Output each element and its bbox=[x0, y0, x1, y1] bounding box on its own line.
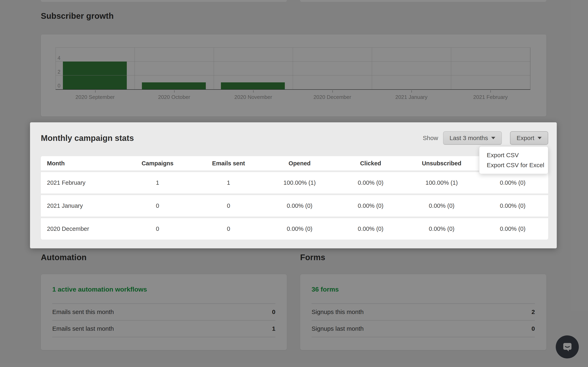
table-cell: 0.00% (0) bbox=[406, 225, 477, 232]
table-cell: 0.00% (0) bbox=[477, 202, 548, 209]
export-dropdown-menu: Export CSVExport CSV for Excel bbox=[479, 146, 548, 174]
table-cell: 0.00% (0) bbox=[335, 202, 406, 209]
monthly-campaign-stats-section: Monthly campaign stats Show Last 3 month… bbox=[30, 122, 557, 248]
table-cell: 0.00% (0) bbox=[477, 225, 548, 232]
table-cell: 2020 December bbox=[41, 225, 122, 232]
table-header-cell: Campaigns bbox=[122, 160, 193, 167]
table-header-cell: Opened bbox=[264, 160, 335, 167]
table-cell: 0.00% (0) bbox=[264, 202, 335, 209]
table-cell: 0 bbox=[122, 225, 193, 232]
table-cell: 2021 February bbox=[41, 179, 122, 186]
table-header-cell: Clicked bbox=[335, 160, 406, 167]
table-header-cell: Unsubscribed bbox=[406, 160, 477, 167]
table-row: 2021 January000.00% (0)0.00% (0)0.00% (0… bbox=[41, 195, 548, 217]
date-range-dropdown-button[interactable]: Last 3 months bbox=[443, 131, 502, 145]
table-cell: 0.00% (0) bbox=[264, 225, 335, 232]
table-cell: 0.00% (0) bbox=[335, 225, 406, 232]
table-cell: 0.00% (0) bbox=[477, 179, 548, 186]
date-range-label: Last 3 months bbox=[450, 134, 488, 142]
table-cell: 0 bbox=[122, 202, 193, 209]
table-cell: 0.00% (0) bbox=[406, 202, 477, 209]
table-cell: 1 bbox=[122, 179, 193, 186]
table-row: 2021 February11100.00% (1)0.00% (0)100.0… bbox=[41, 172, 548, 193]
show-label: Show bbox=[423, 134, 438, 142]
table-header-cell: Emails sent bbox=[193, 160, 264, 167]
table-header-row: MonthCampaignsEmails sentOpenedClickedUn… bbox=[41, 156, 548, 170]
table-row: 2020 December000.00% (0)0.00% (0)0.00% (… bbox=[41, 218, 548, 240]
table-cell: 0.00% (0) bbox=[335, 179, 406, 186]
table-cell: 100.00% (1) bbox=[264, 179, 335, 186]
campaign-stats-table: MonthCampaignsEmails sentOpenedClickedUn… bbox=[41, 156, 548, 240]
table-cell: 2021 January bbox=[41, 202, 122, 209]
monthly-campaign-stats-title: Monthly campaign stats bbox=[41, 133, 423, 143]
export-label: Export bbox=[517, 134, 534, 142]
chevron-down-icon bbox=[537, 137, 542, 139]
table-cell: 0 bbox=[193, 202, 264, 209]
table-cell: 1 bbox=[193, 179, 264, 186]
table-header-cell: Month bbox=[41, 160, 122, 167]
export-menu-item[interactable]: Export CSV for Excel bbox=[479, 160, 548, 170]
table-cell: 0 bbox=[193, 225, 264, 232]
export-dropdown-button[interactable]: Export bbox=[510, 131, 548, 145]
table-cell: 100.00% (1) bbox=[406, 179, 477, 186]
export-menu-item[interactable]: Export CSV bbox=[479, 150, 548, 160]
chevron-down-icon bbox=[491, 137, 495, 139]
dashboard-page: Subscriber growth 024 2020 September2020… bbox=[0, 0, 588, 367]
